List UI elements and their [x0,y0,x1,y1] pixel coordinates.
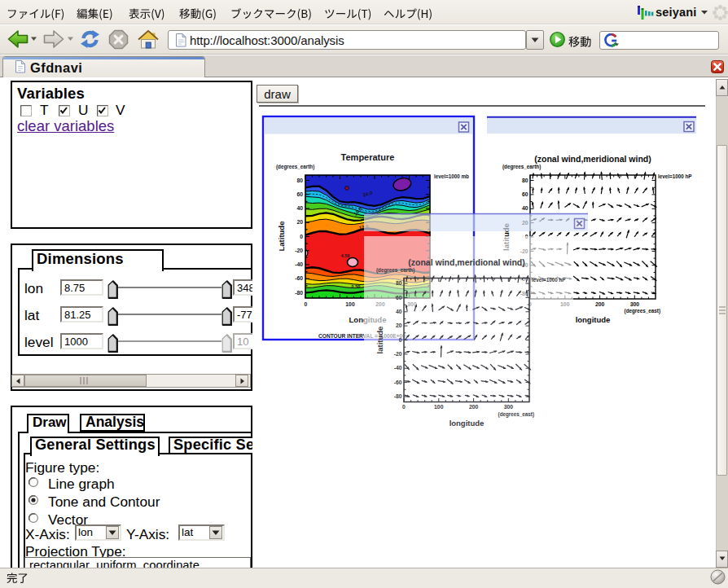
svg-text:60: 60 [522,191,528,197]
svg-text:(zonal wind,meridional wind): (zonal wind,meridional wind) [534,154,651,164]
svg-text:(degrees_earth): (degrees_earth) [276,164,314,170]
svg-text:level=1000 hP: level=1000 hP [532,277,566,283]
svg-text:-60: -60 [394,380,402,385]
svg-text:level=1000 hP: level=1000 hP [658,173,692,179]
svg-text:80: 80 [296,178,303,183]
svg-text:Latitude: Latitude [277,222,286,252]
svg-text:200: 200 [469,404,479,410]
svg-text:200: 200 [595,301,605,307]
svg-text:0: 0 [402,404,406,410]
svg-text:-80: -80 [295,290,303,296]
svg-text:100: 100 [345,301,355,307]
svg-text:20: 20 [296,219,303,225]
svg-text:300: 300 [504,404,514,410]
svg-text:-40: -40 [295,261,303,267]
svg-text:-40: -40 [394,365,402,371]
svg-text:300: 300 [630,301,640,307]
svg-text:100: 100 [434,404,444,410]
svg-text:-20: -20 [295,248,303,253]
svg-text:0.50: 0.50 [352,284,361,289]
svg-text:40: 40 [396,309,402,314]
svg-text:longitude: longitude [450,419,485,428]
svg-text:latitude: latitude [375,327,384,354]
svg-text:20: 20 [396,323,402,328]
svg-text:-80: -80 [394,393,402,399]
svg-text:0: 0 [300,234,303,239]
svg-text:80: 80 [522,178,528,183]
svg-text:-20: -20 [394,351,402,357]
svg-text:(degrees_east): (degrees_east) [498,411,534,418]
svg-text:level=1000 mb: level=1000 mb [434,173,469,179]
svg-text:0: 0 [399,337,402,343]
svg-text:(zonal wind,meridional wind): (zonal wind,meridional wind) [408,257,525,267]
svg-text:60: 60 [396,295,402,301]
svg-text:4.50: 4.50 [341,253,350,258]
svg-text:(degrees_earth): (degrees_earth) [376,267,414,274]
svg-text:60: 60 [296,191,303,197]
svg-text:0: 0 [305,301,308,307]
svg-text:40: 40 [522,205,528,211]
svg-text:80: 80 [396,280,402,286]
svg-text:longitude: longitude [576,315,611,324]
svg-text:(degrees_earth): (degrees_earth) [502,164,541,170]
svg-text:-60: -60 [295,275,303,281]
svg-text:Temperature: Temperature [341,152,395,162]
svg-text:40: 40 [296,205,303,211]
svg-text:(degrees_east): (degrees_east) [625,308,660,314]
